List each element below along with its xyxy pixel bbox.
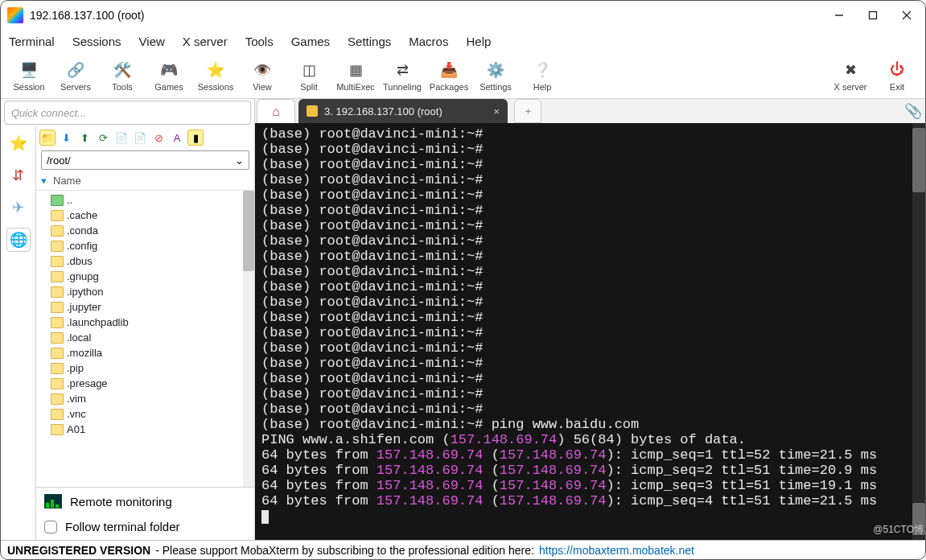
toolbar-multiexec[interactable]: ▦MultiExec — [332, 60, 379, 92]
tree-item[interactable]: .vim — [41, 391, 254, 406]
folder-icon — [51, 409, 64, 420]
menu-macros[interactable]: Macros — [409, 35, 448, 48]
menu-settings[interactable]: Settings — [348, 35, 391, 48]
menu-x-server[interactable]: X server — [183, 35, 228, 48]
settings-icon: ⚙️ — [485, 60, 506, 80]
status-message: - Please support MobaXterm by subscribin… — [155, 544, 534, 557]
session-icon: 🖥️ — [19, 60, 39, 80]
upload-icon[interactable]: ⬆ — [76, 130, 93, 146]
title-bar: 192.168.137.100 (root) — [1, 1, 925, 30]
follow-terminal-checkbox[interactable]: Follow terminal folder — [44, 520, 246, 533]
path-combobox[interactable]: /root/ ⌄ — [41, 150, 249, 170]
tree-item[interactable]: .ipython — [41, 284, 254, 299]
toolbar-packages[interactable]: 📥Packages — [426, 60, 472, 92]
terminal-tab-icon — [307, 105, 318, 117]
home-icon: ⌂ — [272, 105, 280, 119]
tools-icon: 🛠️ — [112, 60, 133, 80]
file-tree[interactable]: ...cache.conda.config.dbus.gnupg.ipython… — [36, 191, 254, 487]
chevron-down-icon: ⌄ — [235, 154, 244, 167]
games-icon: 🎮 — [158, 60, 179, 80]
toolbar-view[interactable]: 👁️View — [239, 60, 286, 92]
favorites-tab-icon[interactable]: ⭐ — [6, 131, 31, 155]
multiexec-icon: ▦ — [345, 60, 366, 80]
sftp-tab-icon[interactable]: ⇵ — [6, 163, 31, 187]
delete-icon[interactable]: ⊘ — [150, 130, 167, 146]
edit-icon[interactable]: A — [169, 130, 185, 146]
menu-view[interactable]: View — [139, 35, 165, 48]
menu-sessions[interactable]: Sessions — [72, 35, 121, 48]
menu-help[interactable]: Help — [466, 35, 491, 48]
menu-games[interactable]: Games — [291, 35, 330, 48]
toolbar-sessions[interactable]: ⭐Sessions — [192, 60, 239, 92]
toolbar-servers[interactable]: 🔗Servers — [52, 60, 99, 92]
tree-item[interactable]: .config — [41, 238, 254, 253]
toolbar-games[interactable]: 🎮Games — [146, 60, 192, 92]
new-file-icon[interactable]: 📄 — [132, 130, 148, 146]
globe-tab-icon[interactable]: 🌐 — [6, 228, 31, 252]
remote-monitoring-button[interactable]: Remote monitoring — [44, 494, 246, 509]
folder-icon — [51, 241, 64, 252]
tree-header[interactable]: ▾ Name — [36, 171, 254, 191]
home-tab[interactable]: ⌂ — [257, 99, 295, 123]
maximize-button[interactable] — [867, 10, 879, 21]
folder-up-icon[interactable]: 📁 — [39, 130, 56, 146]
terminal-tab[interactable]: 3. 192.168.137.100 (root) × — [298, 99, 508, 123]
tree-scrollbar[interactable] — [243, 191, 254, 487]
toolbar-tunneling[interactable]: ⇄Tunneling — [379, 60, 426, 92]
quick-connect-input[interactable]: Quick connect... — [4, 101, 251, 125]
path-value: /root/ — [47, 154, 71, 167]
macros-tab-icon[interactable]: ✈ — [6, 196, 31, 220]
tree-item[interactable]: .cache — [41, 208, 254, 223]
tab-bar: ⌂ 3. 192.168.137.100 (root) × ＋ 📎 — [255, 99, 925, 123]
tree-item[interactable]: .launchpadlib — [41, 315, 254, 330]
toolbar-exit[interactable]: ⏻Exit — [874, 60, 920, 92]
toolbar-x-server[interactable]: ✖X server — [827, 60, 874, 92]
new-folder-icon[interactable]: 📄 — [113, 130, 130, 146]
tree-item[interactable]: .local — [41, 330, 254, 345]
tree-item[interactable]: .. — [41, 192, 254, 208]
tree-item[interactable]: .dbus — [41, 253, 254, 269]
tree-item[interactable]: .pip — [41, 360, 254, 376]
tree-header-label: Name — [53, 175, 81, 187]
tree-item[interactable]: .vnc — [41, 406, 254, 422]
minimize-button[interactable] — [833, 10, 845, 21]
tree-item[interactable]: .conda — [41, 223, 254, 238]
refresh-icon[interactable]: ⟳ — [95, 130, 111, 146]
folder-icon — [51, 378, 64, 389]
caret-down-icon: ▾ — [41, 175, 47, 187]
left-panel: Quick connect... ⭐ ⇵ ✈ 🌐 📁 ⬇ ⬆ ⟳ 📄 📄 ⊘ A — [1, 99, 255, 540]
tree-item[interactable]: .presage — [41, 376, 254, 391]
terminal-scrollbar[interactable] — [912, 123, 925, 540]
paperclip-icon[interactable]: 📎 — [901, 99, 925, 123]
folder-icon — [51, 210, 64, 221]
tree-item[interactable]: .jupyter — [41, 299, 254, 315]
svg-rect-1 — [870, 12, 877, 19]
toolbar-session[interactable]: 🖥️Session — [6, 60, 52, 92]
terminal-tab-label: 3. 192.168.137.100 (root) — [324, 105, 442, 117]
sessions-icon: ⭐ — [205, 60, 226, 80]
menu-terminal[interactable]: Terminal — [9, 35, 55, 48]
folder-icon — [51, 195, 64, 206]
status-bar: UNREGISTERED VERSION - Please support Mo… — [1, 540, 925, 559]
download-icon[interactable]: ⬇ — [58, 130, 74, 146]
terminal-view[interactable]: (base) root@davinci-mini:~# (base) root@… — [255, 123, 925, 540]
close-button[interactable] — [901, 10, 912, 21]
toolbar-tools[interactable]: 🛠️Tools — [99, 60, 146, 92]
menu-tools[interactable]: Tools — [245, 35, 274, 48]
tree-item[interactable]: A01 — [41, 422, 254, 437]
new-tab-button[interactable]: ＋ — [514, 99, 541, 123]
servers-icon: 🔗 — [65, 60, 86, 80]
monitor-icon — [44, 494, 62, 509]
toolbar-split[interactable]: ◫Split — [286, 60, 332, 92]
tree-item[interactable]: .gnupg — [41, 269, 254, 284]
tab-close-icon[interactable]: × — [493, 105, 500, 117]
toolbar-help[interactable]: ❔Help — [519, 60, 566, 92]
packages-icon: 📥 — [438, 60, 459, 80]
tree-item[interactable]: .mozilla — [41, 345, 254, 360]
toolbar-settings[interactable]: ⚙️Settings — [472, 60, 519, 92]
folder-icon — [51, 393, 64, 405]
toolbar: 🖥️Session🔗Servers🛠️Tools🎮Games⭐Sessions👁… — [1, 52, 925, 99]
status-link[interactable]: https://mobaxterm.mobatek.net — [539, 544, 694, 557]
bookmark-icon[interactable]: ▮ — [187, 130, 204, 146]
folder-icon — [51, 363, 64, 374]
